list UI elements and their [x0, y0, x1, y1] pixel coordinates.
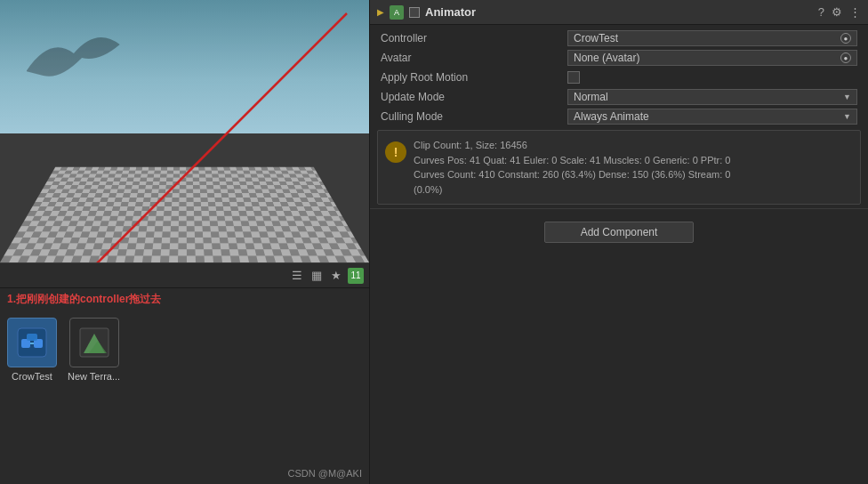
- avatar-value: None (Avatar) ●: [567, 50, 857, 66]
- update-mode-label: Update Mode: [381, 91, 567, 103]
- checkerboard-floor: [0, 167, 369, 262]
- inspector-panel: ▶ A Animator ? ⚙ ⋮ Controller CrowTest ●…: [369, 0, 868, 484]
- update-mode-value-text: Normal: [574, 91, 608, 103]
- avatar-label: Avatar: [381, 52, 567, 64]
- crow-shadow: [27, 18, 133, 107]
- apply-root-motion-row: Apply Root Motion: [370, 68, 868, 87]
- copy-icon[interactable]: ★: [328, 268, 344, 284]
- grid-icon[interactable]: ▦: [309, 268, 325, 284]
- add-component-button[interactable]: Add Component: [544, 222, 695, 243]
- warning-line2: Curves Pos: 41 Quat: 41 Euler: 0 Scale: …: [414, 153, 730, 168]
- avatar-row: Avatar None (Avatar) ●: [370, 48, 868, 68]
- viewport: [0, 0, 369, 262]
- controller-value: CrowTest ●: [567, 30, 857, 46]
- controller-label: Controller: [381, 32, 567, 44]
- controller-select-icon[interactable]: ●: [840, 33, 851, 44]
- apply-root-motion-label: Apply Root Motion: [381, 71, 567, 84]
- left-panel: ☰ ▦ ★ 11 1.把刚刚创建的controller拖过去 CrowTe: [0, 0, 369, 484]
- save-icon[interactable]: ☰: [289, 268, 305, 284]
- add-component-area: Add Component: [370, 211, 868, 254]
- culling-mode-value: Always Animate ▼: [567, 109, 857, 125]
- crowtest-label: CrowTest: [12, 371, 52, 382]
- file-browser: ☰ ▦ ★ 11 1.把刚刚创建的controller拖过去 CrowTe: [0, 262, 369, 484]
- collapse-arrow-icon[interactable]: ▶: [377, 7, 384, 17]
- divider: [370, 208, 868, 209]
- avatar-field[interactable]: None (Avatar) ●: [567, 50, 857, 66]
- update-mode-dropdown[interactable]: Normal ▼: [567, 89, 857, 105]
- update-mode-value: Normal ▼: [567, 89, 857, 105]
- warning-icon: !: [385, 141, 406, 163]
- warning-text: Clip Count: 1, Size: 16456 Curves Pos: 4…: [414, 138, 730, 197]
- apply-root-motion-value: [567, 71, 857, 84]
- inspector-header: ▶ A Animator ? ⚙ ⋮: [370, 0, 868, 25]
- update-mode-arrow-icon: ▼: [843, 93, 851, 101]
- crowtest-svg: [14, 325, 50, 360]
- avatar-select-icon[interactable]: ●: [840, 52, 851, 63]
- update-mode-row: Update Mode Normal ▼: [370, 87, 868, 107]
- avatar-value-text: None (Avatar): [574, 52, 639, 64]
- crowtest-icon-img: [7, 318, 57, 367]
- file-icons-area: CrowTest New Terra...: [0, 311, 369, 389]
- terrain-svg: [76, 325, 112, 360]
- file-browser-toolbar: ☰ ▦ ★ 11: [0, 263, 369, 288]
- terrain-icon-img: [69, 318, 119, 367]
- settings-icon[interactable]: ⚙: [832, 5, 842, 19]
- controller-value-text: CrowTest: [574, 32, 618, 44]
- warning-line3: Curves Count: 410 Constant: 260 (63.4%) …: [414, 167, 730, 182]
- warning-box: ! Clip Count: 1, Size: 16456 Curves Pos:…: [377, 130, 861, 205]
- culling-mode-dropdown[interactable]: Always Animate ▼: [567, 109, 857, 125]
- terrain-file-icon[interactable]: New Terra...: [68, 318, 120, 382]
- crowtest-file-icon[interactable]: CrowTest: [7, 318, 57, 382]
- culling-mode-arrow-icon: ▼: [843, 112, 851, 121]
- layer-count-badge: 11: [348, 268, 364, 284]
- header-icons: ? ⚙ ⋮: [818, 5, 861, 19]
- culling-mode-label: Culling Mode: [381, 110, 567, 123]
- help-icon[interactable]: ?: [818, 5, 824, 19]
- controller-field[interactable]: CrowTest ●: [567, 30, 857, 46]
- component-enable-checkbox[interactable]: [409, 7, 420, 18]
- apply-root-motion-checkbox[interactable]: [567, 71, 580, 84]
- culling-mode-value-text: Always Animate: [574, 110, 649, 123]
- svg-rect-6: [27, 334, 37, 341]
- warning-line4: (0.0%): [414, 182, 730, 198]
- more-icon[interactable]: ⋮: [849, 5, 861, 19]
- instruction-text: 1.把刚刚创建的controller拖过去: [0, 288, 369, 311]
- warning-line1: Clip Count: 1, Size: 16456: [414, 138, 730, 153]
- watermark: CSDN @M@AKI: [288, 468, 362, 479]
- animator-component-icon: A: [390, 5, 404, 20]
- culling-mode-row: Culling Mode Always Animate ▼: [370, 107, 868, 126]
- controller-row: Controller CrowTest ●: [370, 28, 868, 48]
- inspector-body: Controller CrowTest ● Avatar None (Avata…: [370, 25, 868, 484]
- component-title: Animator: [425, 5, 813, 19]
- terrain-label: New Terra...: [68, 371, 120, 382]
